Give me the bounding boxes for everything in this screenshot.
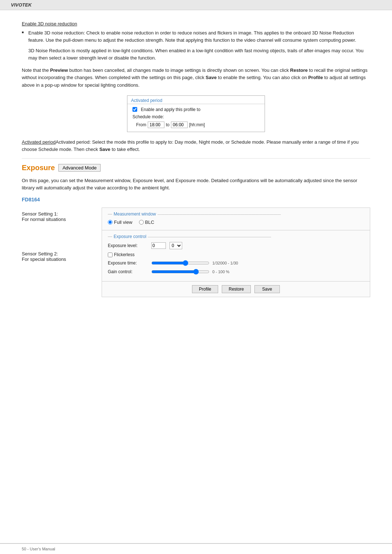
fd8164-section: FD8164 Sensor Setting 1: For normal situ… bbox=[22, 197, 370, 297]
note-restore: Restore bbox=[290, 67, 307, 73]
full-view-text: Full view bbox=[114, 219, 132, 225]
sensor-panel: Measurement window Full view BLC bbox=[102, 208, 370, 297]
popup-hint: [hh:mm] bbox=[189, 122, 205, 127]
note-preview: Preview bbox=[50, 67, 68, 73]
popup-from-label: From bbox=[136, 122, 146, 127]
blc-radio[interactable] bbox=[139, 220, 144, 225]
sensor-layout: Sensor Setting 1: For normal situations … bbox=[22, 208, 370, 297]
measurement-window-title: Measurement window bbox=[108, 212, 364, 217]
exposure-title: Exposure bbox=[22, 164, 55, 172]
gain-control-row: Gain control: 0 - 100 % bbox=[108, 269, 364, 275]
profile-button[interactable]: Profile bbox=[192, 285, 218, 293]
flickerless-checkbox[interactable] bbox=[108, 253, 113, 257]
footer-text: 50 - User's Manual bbox=[22, 547, 55, 551]
sensor1-label-sub: For normal situations bbox=[22, 217, 102, 222]
top-bar: VIVOTEK bbox=[0, 0, 392, 10]
popup-header: Activated period bbox=[127, 96, 265, 104]
flickerless-row: Flickerless bbox=[108, 252, 364, 257]
save-button[interactable]: Save bbox=[254, 285, 280, 293]
note-save: Save bbox=[206, 75, 217, 80]
footer: 50 - User's Manual bbox=[0, 543, 392, 554]
exposure-level-row: Exposure level: 0 1 -1 bbox=[108, 242, 364, 249]
exposure-time-slider[interactable] bbox=[151, 260, 209, 266]
main-content: Enable 3D noise reduction Enable 3D nois… bbox=[0, 10, 392, 543]
exposure-time-range: 1/32000 - 1/30 bbox=[212, 261, 238, 265]
page-wrapper: VIVOTEK Enable 3D noise reduction Enable… bbox=[0, 0, 392, 554]
noise-para2: 3D Noise Reduction is mostly applied in … bbox=[28, 47, 370, 62]
popup-schedule-row: Schedule mode: bbox=[132, 114, 260, 119]
noise-bullet-item: Enable 3D noise reduction: Check to enab… bbox=[22, 29, 370, 44]
exposure-header: Exposure Advanced Mode bbox=[22, 164, 370, 172]
note-paragraph: Note that the Preview button has been ca… bbox=[22, 67, 370, 89]
exposure-time-label: Exposure time: bbox=[108, 260, 148, 266]
popup-from-to: From to [hh:mm] bbox=[136, 122, 260, 128]
gain-control-slider-wrap: 0 - 100 % bbox=[151, 269, 364, 275]
noise-bullet-list: Enable 3D noise reduction: Check to enab… bbox=[22, 29, 370, 44]
blc-text: BLC bbox=[145, 219, 154, 225]
measurement-window-section: Measurement window Full view BLC bbox=[102, 208, 370, 230]
exposure-time-row: Exposure time: 1/32000 - 1/30 bbox=[108, 260, 364, 266]
brand-label: VIVOTEK bbox=[11, 2, 32, 8]
restore-button[interactable]: Restore bbox=[222, 285, 251, 293]
exposure-level-select[interactable]: 0 1 -1 bbox=[170, 242, 182, 249]
exposure-control-title: Exposure control bbox=[108, 234, 364, 239]
exposure-control-section: Exposure control Exposure level: 0 1 -1 bbox=[102, 230, 370, 282]
sensor2-label-sub: For special situations bbox=[22, 257, 102, 262]
popup-box: Activated period Enable and apply this p… bbox=[127, 95, 265, 132]
separator bbox=[22, 158, 370, 159]
popup-checkbox[interactable] bbox=[132, 107, 137, 112]
gain-control-label: Gain control: bbox=[108, 269, 148, 274]
full-view-label[interactable]: Full view bbox=[108, 219, 132, 225]
sensor1-label: Sensor Setting 1: For normal situations bbox=[22, 211, 102, 222]
measurement-radio-row: Full view BLC bbox=[108, 219, 364, 225]
activated-period-label: Activated period bbox=[22, 139, 56, 145]
gain-control-slider[interactable] bbox=[151, 269, 209, 275]
noise-section: Enable 3D noise reduction Enable 3D nois… bbox=[22, 21, 370, 62]
sensor2-label: Sensor Setting 2: For special situations bbox=[22, 251, 102, 262]
fd8164-title: FD8164 bbox=[22, 197, 370, 202]
exposure-level-label: Exposure level: bbox=[108, 243, 148, 248]
popup-to-input[interactable] bbox=[171, 122, 188, 128]
activated-period-para: Activated periodActivated period: Select… bbox=[22, 139, 370, 153]
popup-body: Enable and apply this profile to Schedul… bbox=[127, 104, 265, 132]
gain-control-range: 0 - 100 % bbox=[212, 270, 229, 274]
note-text2: button has been cancelled, all changes m… bbox=[68, 67, 290, 73]
popup-schedule-label: Schedule mode: bbox=[132, 114, 164, 119]
buttons-row: Profile Restore Save bbox=[102, 282, 370, 297]
flickerless-label: Flickerless bbox=[114, 252, 135, 257]
note-text4: to enable the setting. You can also clic… bbox=[217, 75, 308, 80]
exposure-description: On this page, you can set the Measuremen… bbox=[22, 177, 370, 192]
exposure-level-input[interactable] bbox=[151, 242, 166, 249]
sensor2-label-title: Sensor Setting 2: bbox=[22, 251, 102, 257]
advanced-mode-button[interactable]: Advanced Mode bbox=[58, 164, 101, 172]
popup-checkbox-label: Enable and apply this profile to bbox=[141, 107, 200, 112]
note-text1: Note that the bbox=[22, 67, 50, 73]
exposure-time-slider-wrap: 1/32000 - 1/30 bbox=[151, 260, 364, 266]
activated-period-text: Activated period: Select the mode this p… bbox=[22, 139, 359, 152]
popup-from-input[interactable] bbox=[148, 122, 164, 128]
noise-section-title: Enable 3D noise reduction bbox=[22, 21, 370, 26]
popup-to-label: to bbox=[166, 122, 170, 127]
popup-checkbox-row: Enable and apply this profile to bbox=[132, 107, 260, 112]
sensor-labels: Sensor Setting 1: For normal situations … bbox=[22, 208, 102, 297]
note-profile: Profile bbox=[308, 75, 323, 80]
blc-label[interactable]: BLC bbox=[139, 219, 154, 225]
full-view-radio[interactable] bbox=[108, 220, 113, 225]
sensor1-label-title: Sensor Setting 1: bbox=[22, 211, 102, 217]
activated-period-save: Save bbox=[99, 147, 110, 152]
activated-period-text2: to take effect. bbox=[110, 147, 140, 152]
